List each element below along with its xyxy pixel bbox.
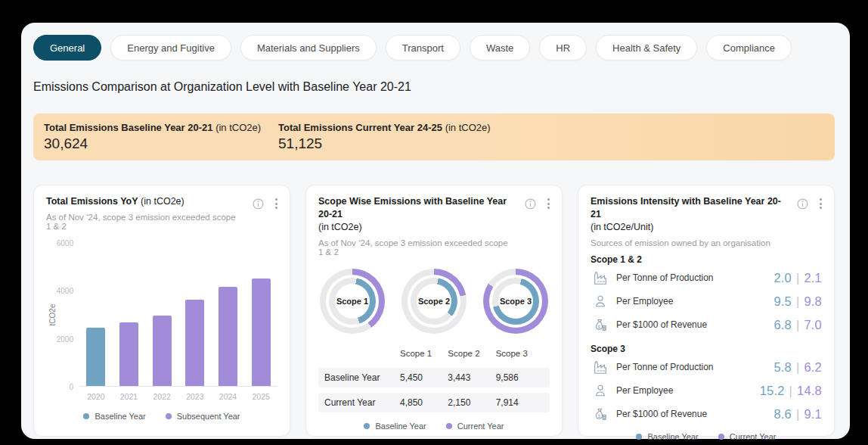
bar-2021[interactable] bbox=[119, 322, 138, 385]
kebab-menu-icon[interactable] bbox=[818, 197, 823, 210]
donut-label: Scope 2 bbox=[418, 297, 450, 306]
yoy-y-axis: 0200040006000 bbox=[57, 243, 79, 387]
scope-table: Scope 1 Scope 2 Scope 3 Baseline Year 5,… bbox=[318, 344, 550, 412]
money-bag-icon: $ bbox=[591, 317, 610, 333]
baseline-total-stat: Total Emissions Baseline Year 20-21 (in … bbox=[44, 122, 278, 152]
intensity-row: Per Tonne of Production 2.0|2.1 bbox=[591, 266, 822, 290]
baseline-value: 9.5 bbox=[773, 294, 792, 308]
stat-label: Total Emissions Baseline Year 20-21 bbox=[44, 122, 213, 133]
tab-hr[interactable]: HR bbox=[539, 35, 587, 61]
donut-label: Scope 1 bbox=[336, 297, 368, 306]
legend-label: Subsequent Year bbox=[177, 412, 240, 421]
card-title: Emissions Intensity with Baseline Year 2… bbox=[591, 195, 787, 234]
tab-health-safety[interactable]: Health & Safety bbox=[596, 35, 697, 61]
tab-bar: General Energy and Fugitive Materials an… bbox=[33, 35, 792, 61]
intensity-row: Per Tonne of Production 5.8|6.2 bbox=[591, 356, 822, 379]
cell: 3,443 bbox=[448, 372, 495, 383]
card-scope-wise-emissions: Scope Wise Emissions with Baseline Year … bbox=[305, 185, 563, 437]
x-tick-label: 2023 bbox=[178, 392, 212, 401]
intensity-legend: Baseline Year Current Year bbox=[591, 432, 822, 441]
table-row: Baseline Year 5,450 3,443 9,586 bbox=[318, 368, 550, 387]
intensity-label: Per Employee bbox=[616, 296, 673, 307]
intensity-label: Per Employee bbox=[616, 385, 673, 396]
tab-waste[interactable]: Waste bbox=[470, 35, 530, 61]
bar-2020[interactable] bbox=[86, 328, 105, 386]
legend-label: Baseline Year bbox=[647, 432, 698, 441]
yoy-x-axis: 202020212022202320242025 bbox=[79, 392, 277, 401]
tab-general[interactable]: General bbox=[33, 35, 101, 61]
donut[interactable]: Scope 3 bbox=[483, 269, 548, 334]
cell: 4,850 bbox=[400, 397, 448, 408]
kebab-menu-icon[interactable] bbox=[274, 197, 279, 210]
current-legend-dot bbox=[718, 434, 724, 440]
row-label: Current Year bbox=[324, 397, 400, 408]
card-emissions-intensity: Emissions Intensity with Baseline Year 2… bbox=[578, 185, 835, 437]
current-total-stat: Total Emissions Current Year 24-25 (in t… bbox=[278, 122, 513, 152]
tab-energy-and-fugitive[interactable]: Energy and Fugitive bbox=[110, 35, 231, 61]
page-title: Emissions Comparison at Organization Lev… bbox=[33, 80, 411, 94]
info-icon[interactable] bbox=[797, 198, 808, 210]
current-value: 7.0 bbox=[804, 318, 822, 331]
donut[interactable]: Scope 1 bbox=[320, 269, 385, 334]
scope-legend: Baseline Year Current Year bbox=[318, 422, 550, 431]
bar-2023[interactable] bbox=[185, 300, 204, 385]
baseline-legend-dot bbox=[636, 434, 642, 440]
svg-text:$: $ bbox=[598, 324, 600, 328]
info-icon[interactable] bbox=[253, 198, 264, 210]
current-value: 9.1 bbox=[804, 407, 822, 421]
legend-label: Baseline Year bbox=[375, 422, 426, 431]
x-tick-label: 2022 bbox=[145, 392, 178, 401]
baseline-value: 8.6 bbox=[773, 407, 792, 421]
money-bag-icon: $ bbox=[591, 406, 610, 422]
kebab-menu-icon[interactable] bbox=[546, 197, 551, 210]
y-axis-title: tCO2e bbox=[48, 303, 57, 325]
donut[interactable]: Scope 2 bbox=[401, 269, 467, 334]
tab-materials-and-suppliers[interactable]: Materials and Suppliers bbox=[240, 35, 377, 61]
bar-2025[interactable] bbox=[252, 279, 271, 386]
current-value: 14.8 bbox=[797, 384, 822, 397]
x-tick-label: 2021 bbox=[113, 392, 146, 401]
baseline-value: 2.0 bbox=[773, 271, 792, 285]
intensity-label: Per Tonne of Production bbox=[616, 362, 714, 372]
column-header: Scope 2 bbox=[448, 349, 495, 358]
card-total-emissions-yoy: Total Emissions YoY (in tCO2e) As of Nov… bbox=[33, 185, 290, 437]
section-scope-3: Scope 3 bbox=[591, 344, 822, 354]
cell: 5,450 bbox=[400, 372, 448, 383]
table-header-row: Scope 1 Scope 2 Scope 3 bbox=[318, 344, 550, 363]
current-legend-dot bbox=[446, 423, 452, 429]
cell: 2,150 bbox=[448, 397, 495, 408]
person-icon bbox=[591, 294, 610, 309]
table-row: Current Year 4,850 2,150 7,914 bbox=[318, 393, 550, 412]
stat-value: 51,125 bbox=[278, 135, 513, 152]
baseline-value: 6.8 bbox=[773, 318, 792, 331]
stat-value: 30,624 bbox=[44, 135, 278, 152]
row-label: Baseline Year bbox=[324, 372, 400, 383]
x-tick-label: 2024 bbox=[212, 392, 245, 401]
card-subtitle: As of Nov ‘24, scope 3 emission exceeded… bbox=[46, 213, 243, 231]
svg-text:$: $ bbox=[598, 413, 600, 418]
section-scope-1-2: Scope 1 & 2 bbox=[591, 254, 822, 265]
info-icon[interactable] bbox=[525, 198, 536, 210]
intensity-row: Per Employee 15.2|14.8 bbox=[591, 379, 822, 403]
baseline-value: 15.2 bbox=[760, 384, 785, 397]
column-header: Scope 3 bbox=[496, 349, 544, 358]
tab-compliance[interactable]: Compliance bbox=[706, 35, 792, 61]
intensity-row: $ Per $1000 of Revenue 8.6|9.1 bbox=[591, 403, 822, 426]
stat-label: Total Emissions Current Year 24-25 bbox=[278, 122, 442, 133]
card-subtitle: Sources of emission owned by an organisa… bbox=[591, 238, 787, 247]
yoy-bar-chart: tCO2e 0200040006000 bbox=[46, 243, 277, 387]
tab-transport[interactable]: Transport bbox=[386, 35, 460, 61]
factory-icon bbox=[591, 359, 610, 375]
card-title: Scope Wise Emissions with Baseline Year … bbox=[318, 195, 515, 234]
stat-unit: (in tCO2e) bbox=[215, 122, 261, 133]
baseline-legend-dot bbox=[83, 413, 89, 419]
intensity-label: Per $1000 of Revenue bbox=[616, 319, 707, 330]
column-header: Scope 1 bbox=[400, 349, 448, 358]
cell: 9,586 bbox=[496, 372, 544, 383]
baseline-value: 5.8 bbox=[773, 360, 792, 374]
legend-label: Current Year bbox=[457, 422, 504, 431]
baseline-legend-dot bbox=[364, 423, 370, 429]
factory-icon bbox=[591, 270, 610, 285]
bar-2024[interactable] bbox=[219, 287, 237, 386]
bar-2022[interactable] bbox=[153, 316, 172, 386]
